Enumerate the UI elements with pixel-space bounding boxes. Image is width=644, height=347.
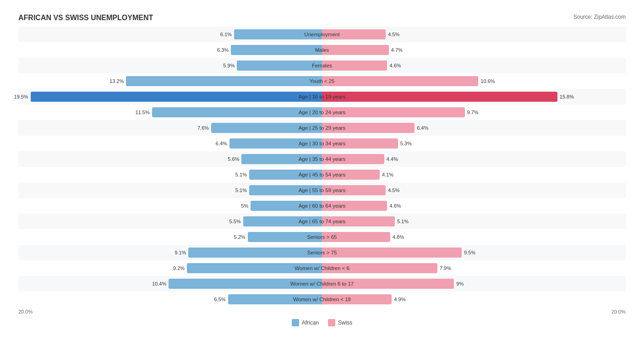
african-bar — [237, 61, 322, 71]
swiss-value: 4.5% — [388, 187, 402, 193]
bar-right-section: 7.9% — [322, 260, 626, 276]
bar-left-section: 6.3% — [18, 42, 322, 58]
african-bar — [248, 232, 322, 242]
table-row: 5.5%Age | 65 to 74 years5.1% — [18, 214, 626, 229]
swiss-bar — [322, 185, 386, 195]
bar-right-section: 15.8% — [322, 89, 626, 105]
african-value: 6.3% — [215, 47, 229, 53]
swiss-bar — [322, 201, 387, 211]
swiss-value: 4.9% — [394, 297, 408, 302]
african-value: 11.5% — [136, 110, 150, 115]
bar-right-section: 9.7% — [322, 105, 626, 120]
rows-wrapper: 6.1%Unemployment4.5%6.3%Males4.7%5.9%Fem… — [18, 27, 626, 307]
axis-labels: 20.0% 20.0% — [18, 309, 626, 314]
african-value: 5.1% — [233, 187, 247, 193]
african-bar — [249, 185, 322, 195]
table-row: 6.5%Women w/ Children < 184.9% — [18, 292, 626, 307]
legend-african-label: African — [302, 319, 319, 326]
african-value: 19.5% — [14, 94, 28, 99]
chart-header: AFRICAN VS SWISS UNEMPLOYMENT Source: Zi… — [18, 14, 626, 22]
swiss-value: 5.3% — [400, 141, 414, 146]
legend: African Swiss — [18, 319, 626, 326]
african-bar — [249, 170, 322, 180]
bar-right-section: 4.7% — [322, 42, 626, 58]
swiss-value: 4.7% — [391, 47, 405, 53]
swiss-bar — [322, 92, 557, 102]
bar-right-section: 5.3% — [322, 136, 626, 151]
bar-left-section: 6.4% — [18, 136, 322, 151]
swiss-bar — [322, 170, 380, 180]
axis-right: 20.0% — [611, 309, 626, 314]
table-row: 13.2%Youth < 2510.6% — [18, 73, 626, 89]
bar-left-section: 5.1% — [18, 182, 322, 198]
african-value: 6.1% — [218, 32, 232, 37]
swiss-bar — [322, 76, 478, 86]
african-bar — [188, 248, 322, 258]
table-row: 6.3%Males4.7% — [18, 42, 626, 58]
swiss-value: 6.4% — [417, 125, 431, 131]
axis-left: 20.0% — [18, 309, 33, 314]
african-value: 10.4% — [152, 281, 166, 286]
swiss-value: 5.1% — [397, 219, 411, 224]
swiss-bar — [322, 138, 398, 149]
swiss-value: 10.6% — [480, 78, 495, 84]
legend-african: African — [292, 319, 319, 326]
swiss-bar — [322, 45, 389, 55]
swiss-bar — [322, 294, 392, 304]
bar-right-section: 4.1% — [322, 167, 626, 182]
african-value: 5.9% — [221, 63, 235, 68]
bar-left-section: 5.6% — [18, 151, 322, 167]
swiss-value: 9.5% — [464, 250, 478, 255]
african-value: 5.1% — [233, 172, 247, 177]
bar-right-section: 4.4% — [322, 151, 626, 167]
table-row: 7.6%Age | 25 to 29 years6.4% — [18, 120, 626, 136]
african-bar — [228, 294, 322, 304]
african-bar — [241, 154, 322, 164]
chart-title: AFRICAN VS SWISS UNEMPLOYMENT — [18, 14, 153, 22]
bar-left-section: 10.4% — [18, 276, 322, 292]
bar-left-section: 5.9% — [18, 58, 322, 73]
swiss-bar — [322, 232, 390, 242]
table-row: 11.5%Age | 20 to 24 years9.7% — [18, 105, 626, 120]
african-bar — [152, 107, 322, 117]
african-bar — [169, 279, 322, 289]
bar-left-section: 13.2% — [18, 73, 322, 89]
bar-left-section: 5% — [18, 198, 322, 214]
table-row: 5.9%Females4.6% — [18, 58, 626, 73]
african-value: 5.2% — [232, 234, 246, 240]
swiss-bar — [322, 248, 462, 258]
table-row: 10.4%Women w/ Children 6 to 179% — [18, 276, 626, 292]
african-value: 5.5% — [227, 219, 241, 224]
swiss-bar — [322, 279, 454, 289]
african-bar — [31, 92, 322, 102]
table-row: 6.4%Age | 30 to 34 years5.3% — [18, 136, 626, 151]
swiss-bar — [322, 29, 386, 39]
swiss-value: 4.1% — [382, 172, 396, 177]
table-row: 19.5%Age | 16 to 19 years15.8% — [18, 89, 626, 105]
bar-right-section: 4.6% — [322, 58, 626, 73]
swiss-bar — [322, 107, 465, 117]
swiss-value: 4.5% — [388, 32, 402, 37]
bar-right-section: 4.9% — [322, 292, 626, 307]
swiss-value: 9% — [456, 281, 470, 286]
african-value: 9.2% — [171, 265, 185, 271]
table-row: 5.1%Age | 45 to 54 years4.1% — [18, 167, 626, 182]
swiss-value: 4.6% — [389, 203, 403, 209]
legend-swiss-label: Swiss — [338, 319, 352, 326]
bar-left-section: 11.5% — [18, 105, 322, 120]
bar-left-section: 6.5% — [18, 292, 322, 307]
bar-right-section: 5.1% — [322, 214, 626, 229]
african-bar — [187, 263, 322, 273]
swiss-value: 7.9% — [440, 265, 453, 271]
legend-african-box — [292, 319, 299, 326]
bar-right-section: 6.4% — [322, 120, 626, 136]
african-value: 7.6% — [195, 125, 209, 131]
swiss-bar — [322, 123, 415, 133]
table-row: 9.1%Seniors > 759.5% — [18, 245, 626, 260]
african-bar — [243, 216, 322, 226]
african-bar — [229, 138, 322, 149]
bar-left-section: 9.2% — [18, 260, 322, 276]
african-bar — [231, 45, 322, 55]
african-bar — [234, 29, 322, 39]
bar-right-section: 4.8% — [322, 229, 626, 245]
